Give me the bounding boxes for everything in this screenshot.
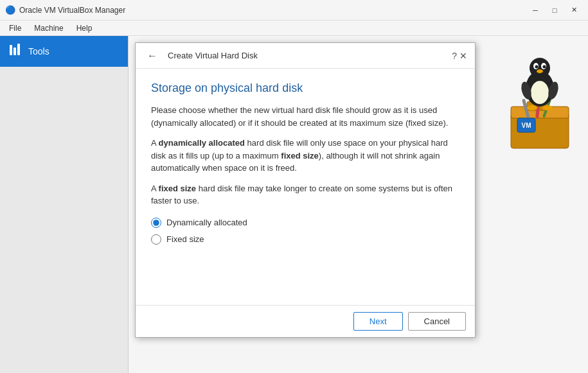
menu-help[interactable]: Help bbox=[70, 22, 99, 34]
svg-point-17 bbox=[543, 65, 546, 69]
svg-point-16 bbox=[535, 65, 539, 69]
sidebar-tools-label: Tools bbox=[28, 46, 49, 56]
title-bar: 🔵 Oracle VM VirtualBox Manager ─ □ ✕ bbox=[0, 0, 588, 21]
section-title: Storage on physical hard disk bbox=[151, 82, 459, 95]
radio-dynamically-input[interactable] bbox=[151, 218, 161, 228]
content-area: VM bbox=[129, 36, 588, 373]
svg-rect-1 bbox=[13, 48, 16, 55]
svg-point-20 bbox=[542, 105, 553, 110]
dialog-footer: Next Cancel bbox=[136, 305, 475, 337]
app-icon: 🔵 bbox=[5, 5, 15, 15]
svg-point-19 bbox=[527, 105, 537, 110]
radio-dynamically-label: Dynamically allocated bbox=[166, 218, 247, 227]
sidebar: Tools bbox=[0, 36, 129, 373]
paragraph-2: A dynamically allocated hard disk file w… bbox=[151, 137, 459, 175]
close-button[interactable]: ✕ bbox=[565, 3, 583, 17]
svg-text:VM: VM bbox=[522, 122, 531, 129]
radio-fixed-option[interactable]: Fixed size bbox=[151, 234, 459, 245]
bold-fixed-size: fixed size bbox=[281, 151, 319, 160]
help-button[interactable]: ? bbox=[452, 51, 457, 61]
app-title: Oracle VM VirtualBox Manager bbox=[19, 6, 526, 15]
sidebar-item-tools[interactable]: Tools bbox=[0, 36, 128, 67]
maximize-button[interactable]: □ bbox=[546, 3, 564, 17]
bold-dynamically: dynamically allocated bbox=[159, 138, 245, 148]
minimize-button[interactable]: ─ bbox=[526, 3, 544, 17]
dialog-content: Storage on physical hard disk Please cho… bbox=[136, 69, 475, 305]
menu-machine[interactable]: Machine bbox=[28, 22, 69, 34]
bold-fixed: fixed size bbox=[159, 184, 197, 193]
radio-group: Dynamically allocated Fixed size bbox=[151, 218, 459, 245]
menu-file[interactable]: File bbox=[3, 22, 28, 34]
window-controls: ─ □ ✕ bbox=[526, 3, 583, 17]
back-button[interactable]: ← bbox=[143, 49, 161, 63]
svg-point-12 bbox=[531, 81, 549, 104]
radio-fixed-input[interactable] bbox=[151, 234, 161, 245]
dialog-titlebar: ← Create Virtual Hard Disk ? ✕ bbox=[136, 43, 475, 69]
svg-point-18 bbox=[537, 69, 543, 73]
paragraph-1: Please choose whether the new virtual ha… bbox=[151, 104, 459, 129]
mascot-illustration: VM bbox=[492, 49, 582, 152]
next-button[interactable]: Next bbox=[353, 312, 403, 331]
cancel-button[interactable]: Cancel bbox=[408, 312, 466, 331]
dialog-box: ← Create Virtual Hard Disk ? ✕ Storage o… bbox=[135, 42, 476, 338]
dialog-close-button[interactable]: ✕ bbox=[459, 51, 467, 61]
radio-dynamically-option[interactable]: Dynamically allocated bbox=[151, 218, 459, 228]
dialog-title: Create Virtual Hard Disk bbox=[168, 51, 452, 60]
paragraph-3: A fixed size hard disk file may take lon… bbox=[151, 182, 459, 207]
svg-rect-0 bbox=[10, 45, 12, 55]
radio-fixed-label: Fixed size bbox=[166, 234, 204, 244]
tools-icon bbox=[8, 43, 22, 60]
main-layout: Tools VM bbox=[0, 36, 588, 373]
menu-bar: File Machine Help bbox=[0, 21, 588, 36]
svg-point-13 bbox=[530, 58, 550, 78]
svg-rect-2 bbox=[17, 44, 20, 55]
